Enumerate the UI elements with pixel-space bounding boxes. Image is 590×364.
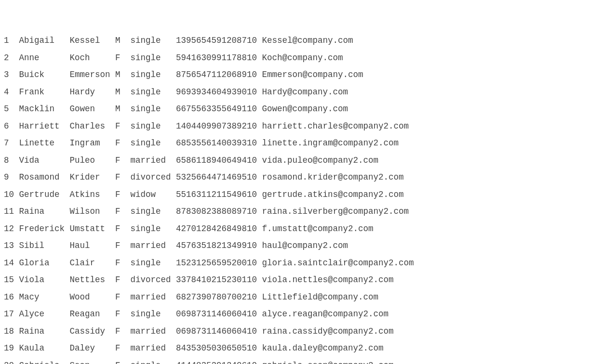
marital-status: married xyxy=(131,344,176,353)
row-index: 16 xyxy=(4,293,19,302)
table-row: 14GloriaClairFsingle1523125659520010glor… xyxy=(4,259,586,268)
first-name: Buick xyxy=(19,71,70,79)
sex: F xyxy=(115,191,131,199)
sex: F xyxy=(115,139,131,148)
last-name: Ingram xyxy=(70,139,116,148)
sex: F xyxy=(115,259,131,268)
id-number: 4144835291240610 xyxy=(176,362,262,364)
table-row: 11RainaWilsonFsingle8783082388089710rain… xyxy=(4,208,586,216)
id-number: 8435305030650510 xyxy=(176,344,262,353)
sex: M xyxy=(115,37,131,45)
table-row: 8VidaPuleoFmarried6586118940649410vida.p… xyxy=(4,156,586,165)
row-index: 14 xyxy=(4,259,19,268)
marital-status: single xyxy=(131,362,176,364)
marital-status: single xyxy=(131,139,176,148)
marital-status: single xyxy=(131,37,176,45)
email: linette.ingram@company2.com xyxy=(262,139,586,148)
marital-status: single xyxy=(131,259,176,268)
id-number: 1404409907389210 xyxy=(176,122,262,131)
sex: M xyxy=(115,88,131,97)
row-index: 9 xyxy=(4,173,19,182)
first-name: Raina xyxy=(19,208,70,216)
first-name: Harriett xyxy=(19,122,70,131)
row-index: 6 xyxy=(4,122,19,131)
id-number: 1395654591208710 xyxy=(176,37,262,45)
sex: F xyxy=(115,362,131,364)
id-number: 5941630991178810 xyxy=(176,54,262,63)
last-name: Emmerson xyxy=(70,71,116,79)
last-name: Cassidy xyxy=(70,327,116,336)
first-name: Gertrude xyxy=(19,191,70,199)
first-name: Macklin xyxy=(19,105,70,114)
first-name: Raina xyxy=(19,327,70,336)
table-row: 15ViolaNettlesFdivorced3378410215230110v… xyxy=(4,276,586,285)
email: gabriela.sean@company2.com xyxy=(262,362,586,364)
email: Hardy@company.com xyxy=(262,88,586,97)
sex: F xyxy=(115,122,131,131)
table-row: 20GabrielaSeanFsingle4144835291240610gab… xyxy=(4,362,586,364)
marital-status: divorced xyxy=(131,173,176,182)
marital-status: single xyxy=(131,71,176,79)
email: gertrude.atkins@company2.com xyxy=(262,191,586,199)
sex: F xyxy=(115,276,131,285)
row-index: 2 xyxy=(4,54,19,63)
sex: M xyxy=(115,105,131,114)
email: Gowen@company.com xyxy=(262,105,586,114)
marital-status: single xyxy=(131,310,176,319)
marital-status: divorced xyxy=(131,276,176,285)
first-name: Anne xyxy=(19,54,70,63)
sex: F xyxy=(115,242,131,250)
last-name: Haul xyxy=(70,242,116,250)
marital-status: married xyxy=(131,293,176,302)
email: viola.nettles@company2.com xyxy=(262,276,586,285)
sex: F xyxy=(115,310,131,319)
table-row: 12FrederickUmstattFsingle427012842684981… xyxy=(4,225,586,234)
sex: F xyxy=(115,225,131,234)
last-name: Umstatt xyxy=(70,225,116,234)
sex: F xyxy=(115,327,131,336)
last-name: Nettles xyxy=(70,276,116,285)
table-row: 5MacklinGowenMsingle6675563355649110Gowe… xyxy=(4,105,586,114)
marital-status: single xyxy=(131,208,176,216)
row-index: 3 xyxy=(4,71,19,79)
email: gloria.saintclair@company2.com xyxy=(262,259,586,268)
marital-status: widow xyxy=(131,191,176,199)
sex: F xyxy=(115,156,131,165)
id-number: 6675563355649110 xyxy=(176,105,262,114)
first-name: Vida xyxy=(19,156,70,165)
table-row: 7LinetteIngramFsingle6853556140039310lin… xyxy=(4,139,586,148)
marital-status: married xyxy=(131,156,176,165)
row-index: 1 xyxy=(4,37,19,45)
row-index: 8 xyxy=(4,156,19,165)
sex: F xyxy=(115,173,131,182)
table-row: 13SibilHaulFmarried4576351821349910haul@… xyxy=(4,242,586,250)
marital-status: married xyxy=(131,327,176,336)
table-row: 9RosamondKriderFdivorced5325664471469510… xyxy=(4,173,586,182)
email: vida.puleo@company2.com xyxy=(262,156,586,165)
row-index: 11 xyxy=(4,208,19,216)
sex: F xyxy=(115,293,131,302)
row-index: 15 xyxy=(4,276,19,285)
first-name: Frederick xyxy=(19,225,70,234)
id-number: 0698731146060410 xyxy=(176,327,262,336)
first-name: Gabriela xyxy=(19,362,70,364)
email: alyce.reagan@company2.com xyxy=(262,310,586,319)
id-number: 4576351821349910 xyxy=(176,242,262,250)
row-index: 18 xyxy=(4,327,19,336)
last-name: Gowen xyxy=(70,105,116,114)
last-name: Kessel xyxy=(70,37,116,45)
last-name: Wood xyxy=(70,293,116,302)
last-name: Clair xyxy=(70,259,116,268)
last-name: Puleo xyxy=(70,156,116,165)
id-number: 0698731146060410 xyxy=(176,310,262,319)
marital-status: single xyxy=(131,54,176,63)
id-number: 6827390780700210 xyxy=(176,293,262,302)
row-index: 20 xyxy=(4,362,19,364)
sex: F xyxy=(115,208,131,216)
sex: F xyxy=(115,344,131,353)
id-number: 3378410215230110 xyxy=(176,276,262,285)
email: raina.cassidy@company2.com xyxy=(262,327,586,336)
last-name: Reagan xyxy=(70,310,116,319)
row-index: 4 xyxy=(4,88,19,97)
id-number: 4270128426849810 xyxy=(176,225,262,234)
